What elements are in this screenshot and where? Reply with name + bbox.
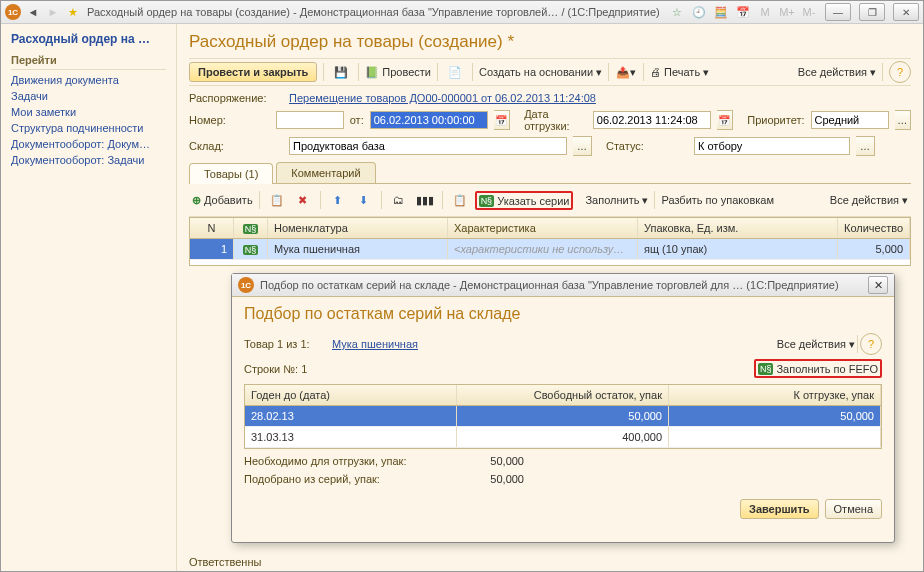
modal-grid-header: Годен до (дата) Свободный остаток, упак … [245,385,881,406]
move-up-icon[interactable]: ⬆ [327,189,349,211]
create-based-button[interactable]: Создать на основании ▾ [479,66,602,79]
sidebar-link-docflow-docs[interactable]: Документооборот: Докум… [11,138,166,150]
card-icon[interactable]: 🗂 [388,189,410,211]
tab-comment[interactable]: Комментарий [276,162,375,183]
fill-button[interactable]: Заполнить ▾ [585,194,648,207]
copy-icon[interactable]: 📋 [266,189,288,211]
list-icon[interactable]: 📋 [449,189,471,211]
ship-date-field[interactable] [593,111,711,129]
sidebar-link-tasks[interactable]: Задачи [11,90,166,102]
sidebar-link-docflow-tasks[interactable]: Документооборот: Задачи [11,154,166,166]
save-icon[interactable]: 💾 [330,61,352,83]
priority-field[interactable] [811,111,889,129]
sidebar-link-movements[interactable]: Движения документа [11,74,166,86]
modal-grid[interactable]: Годен до (дата) Свободный остаток, упак … [244,384,882,449]
status-field[interactable] [694,137,850,155]
cell-char: <характеристики не использу… [448,239,638,259]
maximize-button[interactable]: ❐ [859,3,885,21]
mcol-ship[interactable]: К отгрузке, упак [669,385,881,405]
post-button[interactable]: 📗Провести [365,66,431,79]
col-nomenclature[interactable]: Номенклатура [268,218,448,238]
mcell-ship-1: 50,000 [669,406,881,426]
fill-fefo-highlight: N§ Заполнить по FEFO [754,359,882,378]
specify-series-button[interactable]: N§ Указать серии [479,195,570,207]
modal-footer: Завершить Отмена [244,499,882,519]
add-button[interactable]: ⊕ Добавить [192,194,253,207]
goods-row-1[interactable]: 1 N§ Мука пшеничная <характеристики не и… [190,239,910,260]
chevron-down-icon: ▾ [703,66,709,79]
cancel-button[interactable]: Отмена [825,499,882,519]
split-packs-button[interactable]: Разбить по упаковкам [661,194,774,206]
sidebar-link-structure[interactable]: Структура подчиненности [11,122,166,134]
ship-date-picker-icon[interactable]: 📅 [717,110,733,130]
responsible-label: Ответственны [189,556,261,568]
modal-all-actions-button[interactable]: Все действия ▾ [777,338,855,351]
forward-icon[interactable]: ► [45,4,61,20]
minimize-button[interactable]: — [825,3,851,21]
fill-fefo-button[interactable]: N§ Заполнить по FEFO [758,363,878,375]
close-button[interactable]: ✕ [893,3,919,21]
modal-row-1[interactable]: 28.02.13 50,000 50,000 [245,406,881,427]
star-icon[interactable]: ★ [65,4,81,20]
priority-more-icon[interactable]: … [895,110,911,130]
barcode-icon[interactable]: ▮▮▮ [414,189,436,211]
col-series-icon[interactable]: N§ [234,218,268,238]
col-characteristic[interactable]: Характеристика [448,218,638,238]
modal-row-2[interactable]: 31.03.13 400,000 [245,427,881,448]
number-label: Номер: [189,114,270,126]
col-quantity[interactable]: Количество [838,218,910,238]
date-field[interactable] [370,111,488,129]
separator [358,63,359,81]
col-n[interactable]: N [190,218,234,238]
sidebar: Расходный ордер на … Перейти Движения до… [1,24,177,572]
doc-icon[interactable]: 📄 [444,61,466,83]
upload-icon[interactable]: 📤▾ [615,61,637,83]
status-more-icon[interactable]: … [856,136,875,156]
sidebar-link-notes[interactable]: Мои заметки [11,106,166,118]
move-down-icon[interactable]: ⬇ [353,189,375,211]
separator [323,63,324,81]
tab-goods[interactable]: Товары (1) [189,163,273,184]
warehouse-field[interactable] [289,137,567,155]
goods-grid[interactable]: N N§ Номенклатура Характеристика Упаковк… [189,217,911,266]
print-button[interactable]: 🖨 Печать ▾ [650,66,709,79]
separator [472,63,473,81]
date-picker-icon[interactable]: 📅 [494,110,510,130]
modal-app-icon: 1C [238,277,254,293]
mcell-free-1: 50,000 [457,406,669,426]
mcell-date-1: 28.02.13 [245,406,457,426]
col-package[interactable]: Упаковка, Ед. изм. [638,218,838,238]
mcol-date[interactable]: Годен до (дата) [245,385,457,405]
mminus-icon[interactable]: M- [801,4,817,20]
goods-all-actions-button[interactable]: Все действия ▾ [830,194,908,207]
goods-toolbar: ⊕ Добавить 📋 ✖ ⬆ ⬇ 🗂 ▮▮▮ 📋 N§ Указать се… [189,184,911,217]
modal-help-icon[interactable]: ? [860,333,882,355]
calendar-icon[interactable]: 📅 [735,4,751,20]
chevron-down-icon: ▾ [596,66,602,79]
delete-icon[interactable]: ✖ [292,189,314,211]
order-label: Распоряжение: [189,92,283,104]
calc-icon[interactable]: 🧮 [713,4,729,20]
mcell-free-2: 400,000 [457,427,669,447]
modal-rows-row: Строки №: 1 N§ Заполнить по FEFO [244,359,882,378]
post-and-close-button[interactable]: Провести и закрыть [189,62,317,82]
sum2-value: 50,000 [444,473,524,485]
modal-sum2: Подобрано из серий, упак: 50,000 [244,473,882,485]
all-actions-button[interactable]: Все действия ▾ [798,66,876,79]
number-field[interactable] [276,111,344,129]
help-icon[interactable]: ? [889,61,911,83]
order-link[interactable]: Перемещение товаров ДО00-000001 от 06.02… [289,92,596,104]
app-window: 1C ◄ ► ★ Расходный ордер на товары (созд… [0,0,924,572]
modal-product-link[interactable]: Мука пшеничная [332,338,418,350]
m-icon[interactable]: M [757,4,773,20]
fav-icon[interactable]: ☆ [669,4,685,20]
series-modal: 1C Подбор по остаткам серий на складе - … [231,273,895,543]
warehouse-more-icon[interactable]: … [573,136,592,156]
mcol-free[interactable]: Свободный остаток, упак [457,385,669,405]
mplus-icon[interactable]: M+ [779,4,795,20]
specify-series-highlight: N§ Указать серии [475,191,574,210]
history-icon[interactable]: 🕘 [691,4,707,20]
back-icon[interactable]: ◄ [25,4,41,20]
finish-button[interactable]: Завершить [740,499,819,519]
modal-close-button[interactable]: ✕ [868,276,888,294]
